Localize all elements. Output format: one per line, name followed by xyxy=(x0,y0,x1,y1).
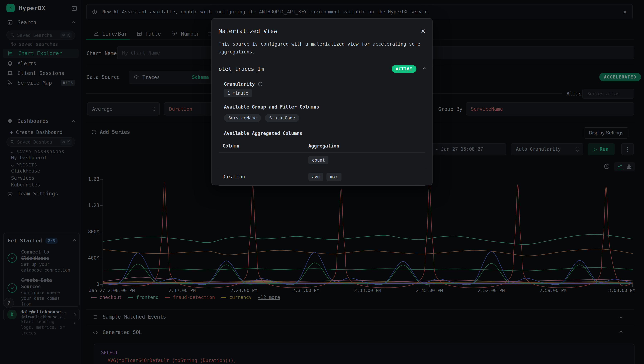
granularity-value-chip: 1 minute xyxy=(224,89,252,97)
aggregation-chip: count xyxy=(308,156,328,164)
group-filter-heading: Available Group and Filter Columns xyxy=(219,104,425,110)
filter-column-chip: StatusCode xyxy=(265,114,299,122)
view-name: otel_traces_1m xyxy=(219,66,264,72)
table-header-column: Column xyxy=(223,143,308,148)
table-cell-column: Duration xyxy=(223,174,308,180)
aggregation-chip: max xyxy=(326,173,341,181)
info-icon[interactable] xyxy=(258,82,263,86)
filter-column-chip: ServiceName xyxy=(224,114,261,122)
table-row: Duration avg max xyxy=(219,168,425,186)
aggregation-chip: avg xyxy=(308,173,323,181)
table-divider xyxy=(219,186,425,186)
table-header-aggregation: Aggregation xyxy=(308,143,339,148)
chevron-up-icon[interactable] xyxy=(422,67,426,71)
modal-body-text: This source is configured with a materia… xyxy=(219,40,424,56)
materialized-view-modal: Materialized View × This source is confi… xyxy=(211,18,433,185)
granularity-label: Granularity xyxy=(224,81,255,87)
table-row: count xyxy=(219,152,425,168)
active-status-badge: ACTIVE xyxy=(392,65,416,73)
aggregated-heading: Available Aggregated Columns xyxy=(219,131,425,136)
modal-title: Materialized View xyxy=(219,28,277,34)
materialized-view-row[interactable]: otel_traces_1m ACTIVE xyxy=(219,65,425,73)
modal-close-icon[interactable]: × xyxy=(421,27,425,36)
